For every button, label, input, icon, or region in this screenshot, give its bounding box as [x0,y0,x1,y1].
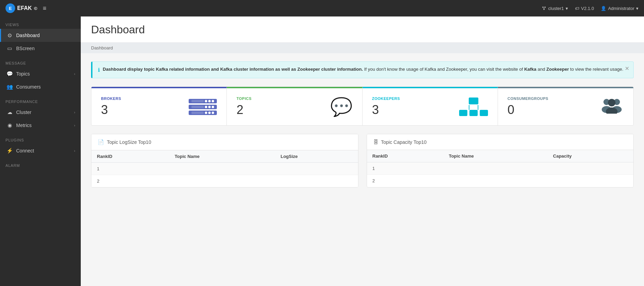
sidebar-item-bscreen[interactable]: ▭ BScreen [0,42,81,55]
connect-arrow: › [74,149,75,153]
capacity-table-header: 🗄 Topic Capacity Top10 [367,134,634,150]
section-performance: PERFORMANCE [0,93,81,106]
capacity-col-capacity: Capacity [547,150,633,162]
sidebar-item-consumers[interactable]: 👥 Consumers [0,80,81,93]
topnav-right: cluster1 ▾ 🏷 V2.1.0 👤 Administrator ▾ [542,6,639,11]
topics-value: 2 [236,103,252,117]
logsize-header-icon: 📄 [98,139,104,145]
sidebar-item-dashboard[interactable]: ⊙ Dashboard [0,29,81,42]
table-row: 2 [367,175,634,187]
people-svg [600,96,624,114]
topics-info: TOPICS 2 [236,96,252,117]
stats-row: BROKERS 3 [91,87,634,126]
cell-rank: 1 [367,162,443,175]
alert-close-button[interactable]: ✕ [625,65,629,72]
capacity-col-topicname: Topic Name [443,150,547,162]
section-alarm: ALARM [0,157,81,170]
version-badge: 🏷 V2.1.0 [575,6,594,11]
main-header: Dashboard [81,16,644,43]
connect-icon: ⚡ [7,148,13,154]
cluster-name: cluster1 [548,6,564,11]
sidebar-label-consumers: Consumers [16,84,41,90]
section-views: VIEWS [0,16,81,29]
logo-badge: © [34,6,37,11]
table-row: 2 [91,175,358,187]
logo-text: EFAK [17,5,32,11]
capacity-table-title: Topic Capacity Top10 [381,139,427,145]
brokers-info: BROKERS 3 [101,96,121,117]
tables-row: 📄 Topic LogSize Top10 RankID Topic Name … [91,134,634,187]
main-body: ℹ Dashboard display topic Kafka related … [81,53,644,196]
metrics-icon: ◉ [7,122,13,128]
topic-icon: 💬 [330,98,353,116]
logsize-col-topicname: Topic Name [169,150,275,163]
cell-topic [443,162,547,175]
logsize-table-title: Topic LogSize Top10 [107,139,151,145]
zookeepers-label: ZOOKEEPERS [372,96,400,101]
sidebar-item-cluster[interactable]: ☁ Cluster › [0,106,81,119]
logsize-table: RankID Topic Name LogSize 1 [91,150,358,187]
logsize-table-header: 📄 Topic LogSize Top10 [91,134,358,150]
sidebar-label-bscreen: BScreen [16,46,35,51]
section-message: MESSAGE [0,55,81,67]
brokers-value: 3 [101,103,121,117]
stat-card-topics[interactable]: TOPICS 2 💬 [227,87,362,125]
sidebar-label-topics: Topics [16,71,30,77]
cluster-selector[interactable]: cluster1 ▾ [542,6,568,11]
cell-rank: 1 [91,163,169,175]
broker-icon [189,99,217,115]
sidebar-item-topics[interactable]: 💬 Topics › [0,67,81,80]
cell-topic [169,175,275,187]
sidebar-label-connect: Connect [16,148,34,153]
logo-icon: E [5,3,15,13]
dashboard-icon: ⊙ [7,32,13,38]
cell-logsize [275,163,358,175]
capacity-table-card: 🗄 Topic Capacity Top10 RankID Topic Name… [367,134,634,187]
zookeepers-info: ZOOKEEPERS 3 [372,96,400,117]
logsize-table-card: 📄 Topic LogSize Top10 RankID Topic Name … [91,134,358,187]
cluster-arrow: › [74,110,75,114]
cell-logsize [275,175,358,187]
topnav-left: E EFAK © ≡ [5,3,46,13]
sidebar-item-metrics[interactable]: ◉ Metrics › [0,119,81,132]
zookeepers-value: 3 [372,103,400,117]
alert-text: Dashboard display topic Kafka related in… [103,67,623,72]
section-plugins: PLUGINS [0,132,81,144]
capacity-table: RankID Topic Name Capacity 1 [367,150,634,187]
cluster-nav-icon: ☁ [7,109,13,115]
stat-card-brokers[interactable]: BROKERS 3 [91,87,227,125]
logsize-col-rankid: RankID [91,150,169,163]
layout: VIEWS ⊙ Dashboard ▭ BScreen MESSAGE 💬 To… [0,16,644,286]
consumergroups-label: CONSUMERGROUPS [508,96,548,101]
consumergroups-info: CONSUMERGROUPS 0 [508,96,548,117]
bscreen-icon: ▭ [7,45,13,52]
brokers-label: BROKERS [101,96,121,101]
info-alert: ℹ Dashboard display topic Kafka related … [91,61,634,78]
logsize-col-logsize: LogSize [275,150,358,163]
zookeeper-icon [459,98,488,116]
sidebar-label-dashboard: Dashboard [16,33,40,38]
sidebar-label-metrics: Metrics [16,123,32,128]
consumergroups-value: 0 [508,103,548,117]
table-row: 1 [367,162,634,175]
cell-topic [169,163,275,175]
user-menu[interactable]: 👤 Administrator ▾ [601,6,639,11]
metrics-arrow: › [74,123,75,127]
topics-arrow: › [74,72,75,76]
main-content-area: Dashboard Dashboard ℹ Dashboard display … [81,16,644,286]
consumers-icon: 👥 [7,84,13,90]
cell-rank: 2 [367,175,443,187]
sidebar-item-connect[interactable]: ⚡ Connect › [0,144,81,157]
sidebar-label-cluster: Cluster [16,110,31,115]
stat-card-zookeepers[interactable]: ZOOKEEPERS 3 [363,87,498,125]
capacity-header-icon: 🗄 [373,139,378,145]
topics-label: TOPICS [236,96,252,101]
breadcrumb: Dashboard [81,43,644,53]
hamburger-button[interactable]: ≡ [43,5,47,12]
stat-card-consumergroups[interactable]: CONSUMERGROUPS 0 [498,87,633,125]
topnav: E EFAK © ≡ cluster1 ▾ 🏷 V2.1.0 👤 Adminis… [0,0,644,16]
cell-topic [443,175,547,187]
logo[interactable]: E EFAK © [5,3,37,13]
table-row: 1 [91,163,358,175]
svg-point-9 [608,99,615,106]
